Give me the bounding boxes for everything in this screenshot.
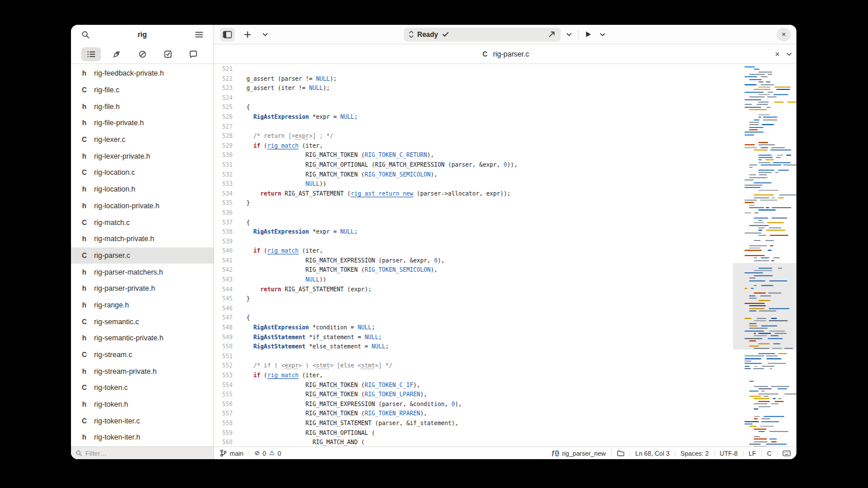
chevron-down-icon[interactable]	[564, 28, 574, 42]
code-line[interactable]: 550 RigAstStatement *else_statement = NU…	[214, 342, 733, 352]
code-line[interactable]: 529 if (rig_match (iter,	[214, 141, 733, 151]
minimap[interactable]	[733, 64, 796, 446]
code-line[interactable]: 548 RigAstExpression *condition = NULL;	[214, 323, 733, 333]
code-line[interactable]: 543 NULL))	[214, 275, 733, 285]
code-line[interactable]: 556 RIG_MATCH_EXPRESSION (parser, &condi…	[214, 400, 733, 410]
code-line[interactable]: 528 /* return [<expr>] ; */	[214, 132, 733, 141]
code-line[interactable]: 539	[214, 237, 733, 247]
code-line[interactable]: 526 RigAstExpression *expr = NULL;	[214, 112, 733, 122]
build-status-button[interactable]: Ready	[403, 28, 560, 42]
code-editor[interactable]: 521522g_assert (parser != NULL);523g_ass…	[214, 64, 733, 446]
code-line[interactable]: 551	[214, 352, 733, 362]
search-icon[interactable]	[78, 28, 93, 42]
code-line[interactable]: 552 /* if ( <expr> ) <stmt> [else <stmt>…	[214, 361, 733, 371]
sidebar-tab-debug[interactable]	[133, 47, 152, 61]
code-line[interactable]: 535}	[214, 198, 733, 208]
code-line[interactable]: 541 RIG_MATCH_EXPRESSION (parser, &expr,…	[214, 256, 733, 266]
code-line[interactable]: 527	[214, 122, 733, 132]
line-ending-button[interactable]: LF	[749, 450, 756, 457]
code-line[interactable]: 533 NULL))	[214, 179, 733, 189]
file-item[interactable]: Crig-file.c	[71, 82, 214, 99]
code-line[interactable]: 542 RIG_MATCH_TOKEN (RIG_TOKEN_SEMICOLON…	[214, 265, 733, 275]
code-line[interactable]: 532 RIG_MATCH_TOKEN (RIG_TOKEN_SEMICOLON…	[214, 170, 733, 180]
file-item[interactable]: Crig-stream.c	[71, 347, 214, 363]
file-item[interactable]: hrig-feedback-private.h	[71, 65, 214, 82]
file-item[interactable]: Crig-match.c	[71, 214, 214, 231]
file-item[interactable]: hrig-file-private.h	[71, 115, 214, 132]
file-item[interactable]: hrig-token.h	[71, 396, 214, 413]
chevron-down-icon[interactable]	[260, 28, 270, 42]
run-button[interactable]	[582, 28, 594, 42]
code-line[interactable]: 524	[214, 93, 733, 103]
filter-input[interactable]	[85, 450, 209, 457]
file-item[interactable]: Crig-location.c	[71, 164, 214, 181]
file-item[interactable]: hrig-range.h	[71, 297, 214, 314]
file-item[interactable]: hrig-location-private.h	[71, 198, 214, 215]
sidebar-tab-tests[interactable]	[158, 47, 178, 61]
code-line[interactable]: 554 RIG_MATCH_TOKEN (RIG_TOKEN_C_IF),	[214, 381, 733, 391]
file-item[interactable]: hrig-lexer-private.h	[71, 148, 214, 164]
file-item[interactable]: Crig-parser.c	[71, 247, 214, 264]
toggle-sidebar-button[interactable]	[220, 28, 235, 42]
minimap-visible-region[interactable]	[733, 263, 796, 350]
file-item[interactable]: hrig-parser-matchers.h	[71, 264, 214, 280]
minimap-row	[741, 205, 792, 206]
sidebar-tab-build[interactable]	[107, 47, 126, 61]
code-line[interactable]: 521	[214, 65, 733, 74]
build-icon[interactable]	[548, 31, 555, 38]
keyboard-button[interactable]	[783, 451, 791, 456]
encoding-button[interactable]: UTF-8	[720, 450, 738, 457]
file-item[interactable]: Crig-token.c	[71, 380, 214, 396]
git-branch-button[interactable]: main	[220, 449, 244, 457]
code-line[interactable]: 525{	[214, 103, 733, 112]
code-line[interactable]: 545}	[214, 294, 733, 304]
file-item[interactable]: Crig-lexer.c	[71, 132, 214, 148]
diagnostics-button[interactable]: ⊘ 0 ⚠ 0	[255, 449, 281, 457]
code-line[interactable]: 536	[214, 208, 733, 218]
file-item[interactable]: hrig-file.h	[71, 98, 214, 115]
code-line[interactable]: 549 RigAstStatement *if_statement = NULL…	[214, 333, 733, 343]
file-item[interactable]: hrig-match-private.h	[71, 231, 214, 247]
close-window-button[interactable]: ×	[777, 28, 791, 42]
chevron-down-icon[interactable]	[787, 52, 792, 56]
new-tab-button[interactable]	[240, 28, 255, 42]
sidebar-tab-files[interactable]	[81, 47, 101, 61]
cursor-position-button[interactable]: Ln 68, Col 3	[635, 450, 669, 457]
indentation-button[interactable]: Spaces: 2	[680, 450, 709, 457]
menu-icon[interactable]	[192, 28, 207, 42]
code-line[interactable]: 560 RIG_MATCH_AND (	[214, 438, 733, 446]
code-line[interactable]: 522g_assert (parser != NULL);	[214, 74, 733, 84]
code-line[interactable]: 555 RIG_MATCH_TOKEN (RIG_TOKEN_LPAREN),	[214, 390, 733, 400]
code-line[interactable]: 547{	[214, 313, 733, 323]
minimap-row	[741, 431, 792, 432]
file-item[interactable]: hrig-parser-private.h	[71, 280, 214, 297]
code-line[interactable]: 538 RigAstExpression *expr = NULL;	[214, 227, 733, 237]
file-item[interactable]: Crig-semantic.c	[71, 313, 214, 330]
sidebar-tab-messages[interactable]	[184, 47, 203, 61]
code-line[interactable]: 531 RIG_MATCH_OPTIONAL (RIG_MATCH_EXPRES…	[214, 160, 733, 170]
code-line[interactable]: 523g_assert (iter != NULL);	[214, 84, 733, 93]
current-symbol-button[interactable]: ƒ{} rig_parser_new	[552, 450, 606, 457]
file-item[interactable]: hrig-stream-private.h	[71, 363, 214, 380]
open-folder-button[interactable]	[617, 450, 624, 457]
close-tab-icon[interactable]: ×	[775, 50, 780, 58]
code-line[interactable]: 559 RIG_MATCH_OPTIONAL (	[214, 429, 733, 438]
code-line[interactable]: 558 RIG_MATCH_STATEMENT (parser, &if_sta…	[214, 419, 733, 429]
file-item[interactable]: hrig-semantic-private.h	[71, 330, 214, 347]
file-item[interactable]: Crig-token-iter.c	[71, 412, 214, 429]
tab-rig-parser[interactable]: C rig-parser.c	[481, 50, 529, 58]
code-line[interactable]: 544 return RIG_AST_STATEMENT (expr);	[214, 285, 733, 295]
code-line[interactable]: 537{	[214, 218, 733, 228]
language-button[interactable]: C	[767, 450, 772, 457]
code-line[interactable]: 557 RIG_MATCH_TOKEN (RIG_TOKEN_RPAREN),	[214, 409, 733, 419]
file-item[interactable]: hrig-token-iter.h	[71, 429, 214, 446]
chevron-down-icon[interactable]	[598, 28, 607, 42]
code-line[interactable]: 553 if (rig_match (iter,	[214, 371, 733, 381]
code-line[interactable]: 534 return RIG_AST_STATEMENT (rig_ast_re…	[214, 189, 733, 199]
file-item[interactable]: hrig-location.h	[71, 181, 214, 198]
code-line[interactable]: 530 RIG_MATCH_TOKEN (RIG_TOKEN_C_RETURN)…	[214, 151, 733, 160]
minimap-row	[741, 247, 792, 249]
code-line[interactable]: 546	[214, 304, 733, 314]
code-line[interactable]: 540 if (rig_match (iter,	[214, 246, 733, 256]
project-title[interactable]: rig	[98, 31, 187, 39]
